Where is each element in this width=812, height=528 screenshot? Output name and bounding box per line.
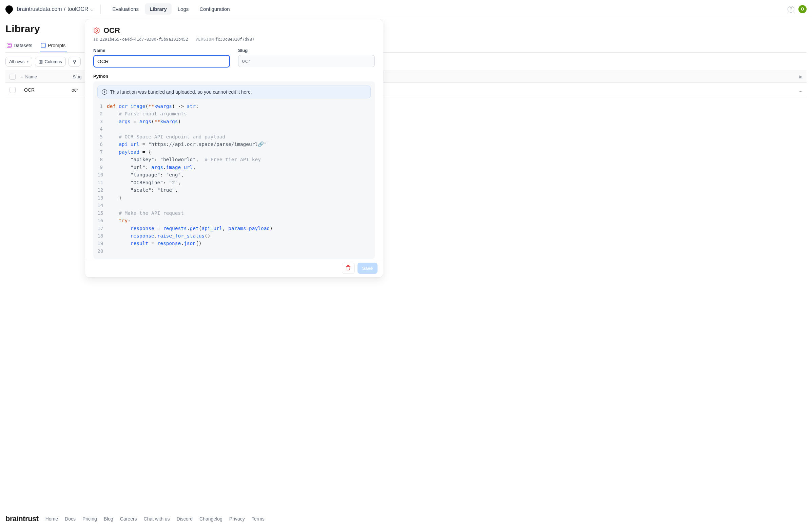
info-icon: i [102, 89, 107, 95]
name-label: Name [93, 48, 230, 53]
logo-icon [4, 4, 14, 14]
id-value: 2291be65-ce4d-41d7-8380-f5b9a101b452 [100, 37, 188, 42]
name-input[interactable] [93, 55, 230, 68]
columns-icon: ▥ [39, 59, 43, 64]
rows-filter-button[interactable]: All rows ▾ [5, 57, 32, 67]
metadata-row: ID2291be65-ce4d-41d7-8380-f5b9a101b452 V… [93, 37, 375, 42]
breadcrumb[interactable]: braintrustdata.com / toolOCR ⌵ [17, 6, 93, 12]
breadcrumb-project[interactable]: toolOCR [68, 6, 88, 12]
chevron-down-icon[interactable]: ⌵ [90, 6, 93, 12]
row-checkbox[interactable] [10, 87, 16, 93]
banner-text: This function was bundled and uploaded, … [110, 89, 252, 95]
avatar[interactable]: O [798, 5, 807, 13]
columns-button[interactable]: ▥ Columns [35, 57, 66, 67]
subnav-datasets[interactable]: Datasets [5, 39, 33, 52]
drag-icon: ≡ [21, 75, 23, 79]
tab-logs[interactable]: Logs [173, 3, 194, 15]
filter-icon: ⚲ [73, 59, 76, 64]
divider [100, 4, 101, 14]
column-name[interactable]: Name [25, 74, 73, 80]
panel-title: OCR [103, 26, 120, 35]
help-icon[interactable]: ? [787, 6, 794, 13]
version-value: fc33c8e010f7d987 [215, 37, 255, 42]
slug-label: Slug [238, 48, 375, 53]
prompts-icon [41, 43, 46, 48]
info-banner: i This function was bundled and uploaded… [97, 86, 371, 97]
row-name: OCR [24, 87, 72, 92]
select-all-checkbox[interactable] [10, 74, 16, 80]
tool-icon [93, 27, 100, 34]
detail-panel: OCR ID2291be65-ce4d-41d7-8380-f5b9a101b4… [85, 19, 383, 97]
datasets-icon [7, 43, 12, 48]
breadcrumb-org[interactable]: braintrustdata.com [17, 6, 62, 12]
svg-marker-0 [94, 28, 99, 33]
code-section-label: Python [93, 74, 375, 79]
filter-button[interactable]: ⚲ [69, 57, 81, 67]
topbar: braintrustdata.com / toolOCR ⌵ Evaluatio… [0, 0, 812, 18]
slug-input [238, 55, 375, 67]
tab-library[interactable]: Library [145, 3, 172, 15]
tab-evaluations[interactable]: Evaluations [107, 3, 144, 15]
subnav-prompts[interactable]: Prompts [40, 39, 67, 52]
tab-configuration[interactable]: Configuration [195, 3, 234, 15]
svg-point-1 [96, 30, 98, 31]
top-tabs: Evaluations Library Logs Configuration [107, 3, 234, 15]
chevron-down-icon: ▾ [27, 60, 29, 63]
code-wrapper: i This function was bundled and uploaded… [93, 82, 375, 97]
